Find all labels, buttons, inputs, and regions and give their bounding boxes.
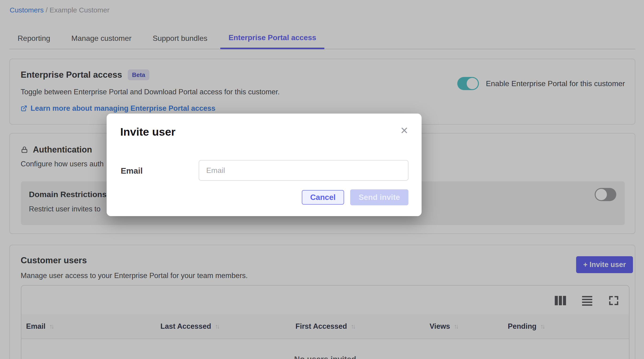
modal-title: Invite user bbox=[120, 125, 176, 138]
invite-user-modal: Invite user ✕ Email Cancel Send invite bbox=[107, 114, 422, 216]
close-icon[interactable]: ✕ bbox=[400, 126, 408, 136]
send-invite-button[interactable]: Send invite bbox=[350, 189, 408, 205]
cancel-button[interactable]: Cancel bbox=[302, 190, 344, 205]
email-label: Email bbox=[121, 166, 142, 176]
email-field[interactable] bbox=[199, 160, 408, 181]
modal-actions: Cancel Send invite bbox=[302, 189, 408, 205]
